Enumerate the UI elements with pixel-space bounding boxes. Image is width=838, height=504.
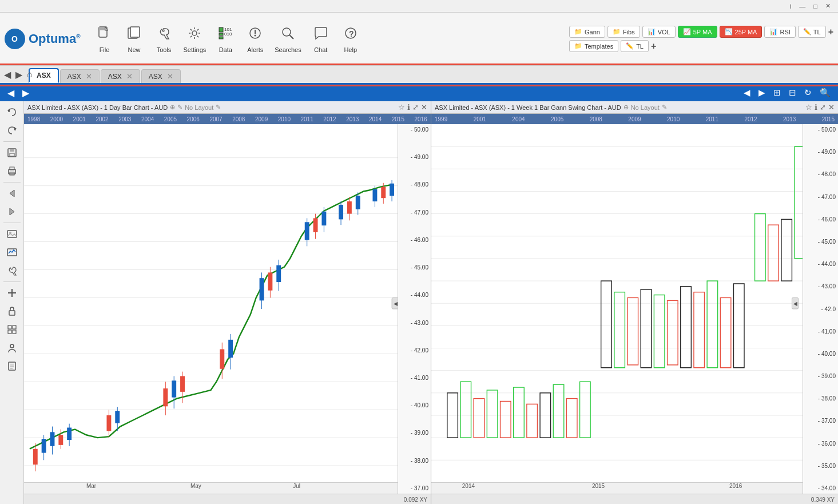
- svg-text:010: 010: [224, 31, 232, 37]
- alerts-button[interactable]: Alerts: [240, 16, 270, 62]
- tab-back-button[interactable]: ◀: [2, 69, 13, 80]
- left-chart-edit-icon: ⊕: [170, 104, 175, 111]
- sidebar-undo-button[interactable]: [2, 104, 22, 121]
- tab-item-2[interactable]: ASX ✕: [60, 69, 100, 83]
- sidebar-grid-button[interactable]: [2, 321, 22, 338]
- tools-button[interactable]: Tools: [149, 16, 179, 62]
- tab-item-4[interactable]: ASX ✕: [141, 69, 181, 83]
- sidebar-back-button[interactable]: [2, 185, 22, 202]
- main-content: ASX Limited - ASX (ASX) - 1 Day Bar Char…: [0, 101, 838, 504]
- tab-close-2[interactable]: ✕: [86, 72, 92, 81]
- searches-label: Searches: [275, 46, 301, 53]
- vol-button[interactable]: 📊 VOL: [642, 26, 676, 38]
- right-chart-info-button[interactable]: ℹ: [815, 103, 817, 112]
- ma25-button[interactable]: 📉 25P MA: [720, 26, 762, 38]
- ma5-button[interactable]: 📈 5P MA: [678, 26, 717, 38]
- minimize-button[interactable]: —: [796, 3, 808, 10]
- add-toolbar2-button[interactable]: +: [651, 41, 656, 51]
- right-x-axis: 2014 2015 2016: [431, 482, 803, 494]
- tl-button[interactable]: ✏️ TL: [798, 26, 826, 38]
- rp-35: - 35.00: [805, 463, 836, 469]
- close-button[interactable]: ✕: [823, 2, 833, 10]
- nav-grid1-button[interactable]: ⊞: [771, 86, 784, 99]
- settings-icon: [186, 25, 202, 45]
- chat-button[interactable]: Chat: [306, 16, 336, 62]
- sidebar-document-button[interactable]: [2, 358, 22, 375]
- tab-navigation: ◀ ▶ ⌂: [2, 66, 34, 83]
- price-46: - 46.00: [400, 237, 428, 243]
- nav-next-page-button[interactable]: ▶: [756, 86, 768, 99]
- settings-button[interactable]: Settings: [179, 16, 211, 62]
- svg-rect-63: [106, 415, 111, 431]
- tab-close-4[interactable]: ✕: [167, 72, 173, 81]
- svg-rect-103: [42, 439, 46, 453]
- right-chart-popout-button[interactable]: ⤢: [820, 103, 826, 112]
- left-chart-star-button[interactable]: ☆: [398, 103, 405, 112]
- left-chart-close-button[interactable]: ✕: [421, 103, 427, 112]
- right-chart-close-button[interactable]: ✕: [828, 103, 835, 112]
- tl-button-2[interactable]: ✏️ TL: [621, 40, 649, 52]
- left-chart-controls: ☆ ℹ ⤢ ✕: [398, 103, 427, 112]
- sidebar-divider-3: [3, 223, 21, 223]
- x-label-2016: 2016: [729, 483, 742, 489]
- right-chart-title: ASX Limited - ASX (ASX) - 1 Week 1 Bar G…: [435, 104, 621, 111]
- right-chart-star-button[interactable]: ☆: [805, 103, 812, 112]
- tab-item-3[interactable]: ASX ✕: [101, 69, 140, 83]
- data-button[interactable]: 101010 Data: [211, 16, 240, 62]
- sidebar-tools-button[interactable]: [2, 262, 22, 279]
- help-button[interactable]: ? Help: [336, 16, 366, 62]
- gann-button[interactable]: 📁 Gann: [569, 26, 605, 38]
- sidebar-person-button[interactable]: [2, 339, 22, 356]
- nav-grid2-button[interactable]: ⊟: [786, 86, 799, 99]
- left-sidebar: [0, 101, 24, 504]
- sidebar-chart-button[interactable]: [2, 244, 22, 261]
- nav-prev-page-button[interactable]: ◀: [741, 86, 753, 99]
- add-toolbar-button[interactable]: +: [828, 27, 833, 37]
- nav-back-button[interactable]: ◀: [5, 86, 17, 100]
- sidebar-save-button[interactable]: [2, 144, 22, 161]
- sidebar-add-button[interactable]: [2, 284, 22, 301]
- nav-forward-button[interactable]: ▶: [19, 86, 32, 100]
- right-chart-canvas[interactable]: ◀ 2014 2015 2016: [431, 124, 803, 494]
- info-button[interactable]: i: [787, 3, 794, 10]
- nav-search-button[interactable]: 🔍: [817, 86, 833, 99]
- left-chart-popout-button[interactable]: ⤢: [412, 103, 419, 112]
- sidebar-lock-button[interactable]: [2, 303, 22, 320]
- sidebar-image-button[interactable]: [2, 225, 22, 243]
- svg-rect-99: [390, 184, 394, 196]
- svg-rect-3: [99, 27, 105, 30]
- rsi-icon: 📊: [769, 28, 777, 35]
- left-chart-header: ASX Limited - ASX (ASX) - 1 Day Bar Char…: [24, 101, 431, 114]
- svg-rect-144: [755, 214, 766, 281]
- rp-36: - 36.00: [805, 440, 836, 447]
- searches-icon: [280, 25, 296, 45]
- templates-button[interactable]: 📁 Templates: [569, 40, 618, 52]
- rp-34: - 34.00: [805, 485, 836, 491]
- file-button[interactable]: File: [90, 16, 120, 62]
- home-button[interactable]: ⌂: [25, 69, 34, 80]
- left-chart-bottom: 0.092 XY: [24, 494, 431, 504]
- nav-refresh-button[interactable]: ↻: [801, 86, 815, 99]
- maximize-button[interactable]: □: [811, 3, 820, 10]
- price-44: - 44.00: [400, 292, 428, 298]
- svg-rect-142: [720, 297, 731, 367]
- price-40: - 40.00: [400, 402, 428, 408]
- sidebar-redo-button[interactable]: [2, 122, 22, 139]
- left-chart-info-button[interactable]: ℹ: [407, 103, 410, 112]
- fibs-button[interactable]: 📁 Fibs: [607, 26, 640, 38]
- sidebar-forward-button[interactable]: [2, 203, 22, 220]
- svg-rect-137: [654, 295, 665, 368]
- searches-button[interactable]: Searches: [270, 16, 305, 62]
- new-button[interactable]: New: [120, 16, 149, 62]
- svg-rect-127: [514, 387, 525, 438]
- left-chart-canvas[interactable]: ◀ Mar May Jul: [24, 124, 398, 494]
- tab-forward-button[interactable]: ▶: [14, 69, 24, 80]
- svg-rect-9: [219, 37, 223, 39]
- svg-text:?: ?: [349, 29, 354, 38]
- sidebar-divider-4: [3, 281, 21, 282]
- sidebar-print-button[interactable]: [2, 162, 22, 180]
- price-38: - 38.00: [400, 458, 428, 464]
- tab-close-3[interactable]: ✕: [126, 72, 133, 81]
- file-icon: [97, 25, 113, 45]
- rsi-button[interactable]: 📊 RSI: [764, 26, 795, 38]
